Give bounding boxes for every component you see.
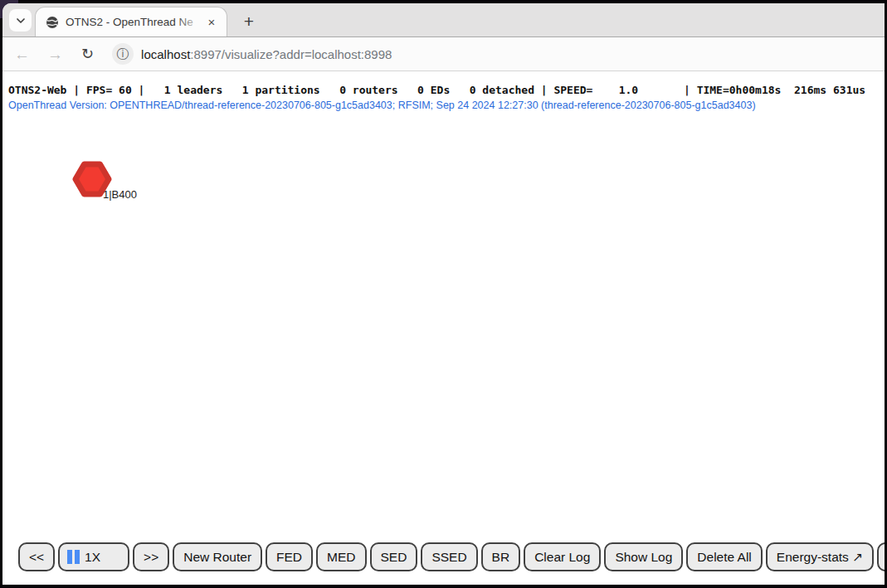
tab-close-icon[interactable]: ×	[203, 14, 220, 31]
url-host: localhost	[141, 47, 190, 61]
globe-favicon-icon	[46, 16, 59, 29]
new-tab-button[interactable]: +	[237, 10, 261, 33]
node-stats-button[interactable]: Node-stats ↗	[877, 542, 885, 571]
back-arrow-icon[interactable]: ←	[14, 46, 30, 62]
step-forward-button[interactable]: >>	[133, 542, 169, 571]
chevron-down-icon	[16, 17, 26, 24]
browser-window: OTNS2 - OpenThread Ne × + ← → ↻ ⓘ localh…	[2, 3, 885, 585]
button-label: 1X	[85, 550, 100, 565]
button-label: FED	[276, 550, 302, 565]
pause-speed-button[interactable]: 1X	[58, 542, 129, 571]
openthread-version-link[interactable]: OpenThread Version: OPENTHREAD/thread-re…	[8, 100, 756, 111]
step-back-button[interactable]: <<	[18, 542, 55, 571]
new-fed-button[interactable]: FED	[266, 542, 313, 571]
button-label: New Router	[183, 550, 251, 565]
screen: OTNS2 - OpenThread Ne × + ← → ↻ ⓘ localh…	[0, 0, 887, 588]
button-label: SSED	[431, 550, 466, 565]
pause-icon	[67, 550, 80, 564]
button-label: SED	[381, 550, 407, 565]
new-sed-button[interactable]: SED	[370, 542, 418, 571]
show-log-button[interactable]: Show Log	[604, 542, 683, 571]
button-label: Show Log	[615, 550, 672, 565]
tab-title-fade	[175, 16, 203, 28]
url-path: :8997/visualize?addr=localhost:8998	[190, 47, 392, 61]
new-med-button[interactable]: MED	[316, 542, 366, 571]
address-bar: ← → ↻ ⓘ localhost:8997/visualize?addr=lo…	[2, 37, 885, 71]
new-br-button[interactable]: BR	[481, 542, 521, 571]
tab-list-dropdown-button[interactable]	[9, 9, 32, 32]
button-label: MED	[327, 550, 355, 565]
button-label: >>	[144, 550, 158, 565]
button-label: Clear Log	[534, 550, 590, 565]
reload-icon[interactable]: ↻	[81, 46, 94, 61]
button-label: Delete All	[697, 550, 751, 565]
url-input[interactable]: localhost:8997/visualize?addr=localhost:…	[141, 47, 392, 61]
info-icon: ⓘ	[117, 46, 129, 62]
forward-arrow-icon[interactable]: →	[47, 46, 63, 62]
site-info-button[interactable]: ⓘ	[112, 43, 134, 65]
simulation-status-line: OTNS2-Web | FPS= 60 | 1 leaders 1 partit…	[8, 84, 865, 96]
button-label: Energy-stats ↗	[777, 550, 863, 565]
bottom-toolbar: << 1X >> New Router FED MED SED SSED BR …	[18, 542, 885, 571]
energy-stats-button[interactable]: Energy-stats ↗	[766, 542, 874, 571]
clear-log-button[interactable]: Clear Log	[524, 542, 601, 571]
browser-tab[interactable]: OTNS2 - OpenThread Ne ×	[35, 7, 227, 36]
tab-strip: OTNS2 - OpenThread Ne × +	[2, 3, 885, 37]
button-label: BR	[492, 550, 510, 565]
node-label: 1|B400	[103, 188, 137, 201]
otns-canvas: OTNS2-Web | FPS= 60 | 1 leaders 1 partit…	[2, 71, 885, 585]
delete-all-button[interactable]: Delete All	[686, 542, 762, 571]
new-router-button[interactable]: New Router	[173, 542, 262, 571]
tab-title: OTNS2 - OpenThread Ne	[66, 16, 203, 28]
button-label: <<	[29, 550, 44, 565]
new-ssed-button[interactable]: SSED	[421, 542, 477, 571]
